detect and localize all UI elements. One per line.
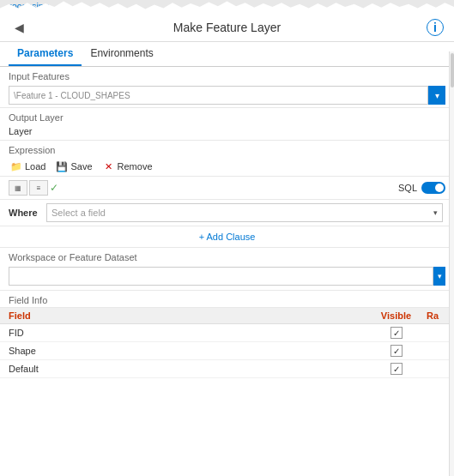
checkbox-shape[interactable]: ✓ xyxy=(390,345,403,357)
load-label: Load xyxy=(25,161,45,172)
add-clause-row: + Add Clause xyxy=(0,226,454,248)
dropdown-arrow-icon: ▾ xyxy=(433,208,438,217)
remove-button[interactable]: ✕ Remove xyxy=(101,160,154,173)
field-default: Default xyxy=(9,364,372,374)
remove-label: Remove xyxy=(118,161,153,172)
workspace-dropdown-button[interactable]: ▾ xyxy=(433,267,445,286)
sql-toggle-label: SQL xyxy=(398,182,445,194)
table-row: Default ✓ xyxy=(0,360,454,378)
info-icon: i xyxy=(433,21,437,34)
table-header: Field Visible Ra xyxy=(0,308,454,324)
sql-btn-1[interactable]: ▦ xyxy=(9,180,27,196)
output-layer-label: Output Layer xyxy=(0,108,454,124)
col-field-header: Field xyxy=(9,310,372,321)
tabs-container: Parameters Environments xyxy=(0,42,454,67)
tab-parameters[interactable]: Parameters xyxy=(9,42,82,66)
close-icon: ✕ xyxy=(103,160,115,172)
chevron-left-icon: ◀ xyxy=(15,21,24,34)
field-shape: Shape xyxy=(9,346,372,356)
col-ra-header: Ra xyxy=(420,310,445,321)
save-button[interactable]: 💾 Save xyxy=(54,160,94,173)
input-features-field[interactable] xyxy=(9,86,428,105)
checkbox-default[interactable]: ✓ xyxy=(390,363,403,375)
add-clause-button[interactable]: + Add Clause xyxy=(9,232,445,242)
field-info-label: Field Info xyxy=(0,291,454,308)
col-visible-header: Visible xyxy=(372,310,420,321)
expression-label: Expression xyxy=(0,141,454,157)
input-features-dropdown-button[interactable]: ▾ xyxy=(428,86,445,105)
sql-builder-row: ▦ ≡ ✓ SQL xyxy=(0,177,454,200)
checkbox-fid[interactable]: ✓ xyxy=(390,327,403,339)
input-features-row: ▾ xyxy=(0,83,454,108)
info-button[interactable]: i xyxy=(427,19,444,36)
sql-toggle[interactable] xyxy=(421,182,445,194)
tab-environments[interactable]: Environments xyxy=(82,42,161,66)
sql-text: SQL xyxy=(398,183,417,193)
expression-toolbar: 📁 Load 💾 Save ✕ Remove xyxy=(0,157,454,177)
workspace-input-row: ▾ xyxy=(0,264,454,291)
breadcrumb-link[interactable]: rocessing xyxy=(9,1,49,11)
check-icon: ✓ xyxy=(50,182,58,194)
workspace-label: Workspace or Feature Dataset xyxy=(0,248,454,264)
visible-checkbox-fid[interactable]: ✓ xyxy=(372,327,420,339)
where-label: Where xyxy=(9,208,39,218)
main-window: rocessing ◀ Make Feature Layer i Paramet… xyxy=(0,0,454,476)
input-features-label: Input Features xyxy=(0,67,454,83)
save-label: Save xyxy=(70,161,92,172)
where-clause-row: Where Select a field ▾ xyxy=(0,200,454,226)
torn-top-edge: rocessing xyxy=(0,0,454,14)
content-area: Input Features ▾ Output Layer Layer Expr… xyxy=(0,67,454,378)
visible-checkbox-shape[interactable]: ✓ xyxy=(372,345,420,357)
field-select-dropdown[interactable]: Select a field ▾ xyxy=(46,203,443,222)
table-row: FID ✓ xyxy=(0,324,454,342)
save-icon: 💾 xyxy=(56,160,68,172)
output-layer-value: Layer xyxy=(0,124,454,141)
scrollbar[interactable] xyxy=(449,51,454,476)
load-button[interactable]: 📁 Load xyxy=(9,160,47,173)
visible-checkbox-default[interactable]: ✓ xyxy=(372,363,420,375)
sql-small-buttons: ▦ ≡ ✓ xyxy=(9,180,58,196)
field-select-placeholder: Select a field xyxy=(51,208,106,218)
dialog-title: Make Feature Layer xyxy=(27,21,427,34)
dialog-header: ◀ Make Feature Layer i xyxy=(0,14,454,42)
folder-icon: 📁 xyxy=(10,160,22,172)
scrollbar-thumb xyxy=(451,53,454,87)
back-button[interactable]: ◀ xyxy=(10,19,27,36)
table-row: Shape ✓ xyxy=(0,342,454,360)
workspace-input-field[interactable] xyxy=(9,267,433,286)
field-fid: FID xyxy=(9,328,372,338)
sql-btn-2[interactable]: ≡ xyxy=(29,180,48,196)
